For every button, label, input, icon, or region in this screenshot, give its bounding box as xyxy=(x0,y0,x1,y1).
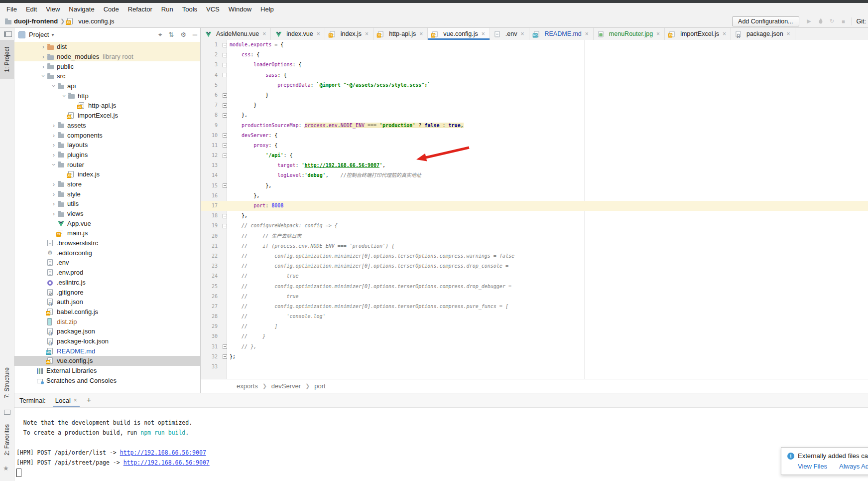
code-line-8[interactable]: 8 }, xyxy=(201,110,868,120)
fold-open-icon[interactable] xyxy=(222,53,228,57)
tree-item-external-libraries[interactable]: External Libraries xyxy=(14,366,200,376)
editor-tab-readme-md[interactable]: MDREADME.md× xyxy=(529,28,594,40)
tree-item-editorconfig[interactable]: ⚙.editorconfig xyxy=(14,248,200,258)
code-line-16[interactable]: 16 }, xyxy=(201,191,868,201)
code-line-24[interactable]: 24 // true xyxy=(201,271,868,281)
code-line-13[interactable]: 13 target: 'http://192.168.66.56:9007', xyxy=(201,160,868,170)
stripe-tab-project[interactable]: 1: Project xyxy=(0,40,14,79)
tree-item-http[interactable]: ›http xyxy=(14,91,200,101)
editor-tab-vue-config-js[interactable]: JSvue.config.js× xyxy=(428,28,490,40)
tab-close-icon[interactable]: × xyxy=(787,30,790,37)
tree-item-env[interactable]: .env xyxy=(14,258,200,268)
fold-close-icon[interactable] xyxy=(222,214,228,218)
git-branch-widget[interactable]: Git: xyxy=(857,18,866,25)
terminal-tab-local[interactable]: Local × xyxy=(54,397,79,404)
star-icon[interactable]: ★ xyxy=(3,465,9,472)
add-configuration-button[interactable]: Add Configuration... xyxy=(732,16,799,26)
code-line-22[interactable]: 22 // config.optimization.minimizer[0].o… xyxy=(201,251,868,261)
tree-item-src[interactable]: ›src xyxy=(14,71,200,81)
editor-tab-asidemenu-vue[interactable]: AsideMenu.vue× xyxy=(201,28,271,40)
tree-item-plugins[interactable]: ›plugins xyxy=(14,150,200,160)
run-with-coverage-icon[interactable]: ↻ xyxy=(829,18,836,24)
code-line-31[interactable]: 31 // }, xyxy=(201,342,868,352)
tab-close-icon[interactable]: × xyxy=(482,30,485,37)
tree-item-app-vue[interactable]: App.vue xyxy=(14,218,200,228)
editor-tab-http-api-js[interactable]: JShttp-api.js× xyxy=(373,28,428,40)
chevron-collapsed-icon[interactable]: › xyxy=(50,200,58,207)
tree-item-utils[interactable]: ›utils xyxy=(14,199,200,209)
tree-item-layouts[interactable]: ›layouts xyxy=(14,140,200,150)
fold-open-icon[interactable] xyxy=(222,63,228,67)
code-line-7[interactable]: 7 } xyxy=(201,100,868,110)
code-line-30[interactable]: 30 // } xyxy=(201,331,868,341)
chevron-collapsed-icon[interactable]: › xyxy=(50,141,58,149)
menu-item-refactor[interactable]: Refactor xyxy=(124,4,157,14)
menu-item-vcs[interactable]: VCS xyxy=(202,4,224,14)
tab-close-icon[interactable]: × xyxy=(419,30,423,37)
chevron-collapsed-icon[interactable]: › xyxy=(50,122,58,129)
settings-gear-icon[interactable]: ⚙ xyxy=(180,31,186,38)
tree-item-browserslistrc[interactable]: .browserslistrc xyxy=(14,238,200,248)
tree-item-gitignore[interactable]: ⊘.gitignore xyxy=(14,287,200,297)
tree-item-dist[interactable]: ›dist xyxy=(14,42,200,52)
tab-close-icon[interactable]: × xyxy=(365,30,369,37)
breadcrumb-devserver[interactable]: devServer xyxy=(271,382,301,390)
tree-item-eslintrc-js[interactable]: .eslintrc.js xyxy=(14,278,200,288)
chevron-expanded-icon[interactable]: › xyxy=(61,92,68,100)
tree-item-node-modules[interactable]: ›node_moduleslibrary root xyxy=(14,52,200,62)
run-icon[interactable]: ▶ xyxy=(806,18,813,24)
fold-close-icon[interactable] xyxy=(222,354,228,359)
code-line-9[interactable]: 9 productionSourceMap: process.env.NODE_… xyxy=(201,121,868,131)
menu-item-help[interactable]: Help xyxy=(256,4,278,14)
tab-close-icon[interactable]: × xyxy=(262,30,266,37)
tree-item-package-json[interactable]: {..}package.json xyxy=(14,326,200,336)
fold-open-icon[interactable] xyxy=(222,143,228,148)
tree-item-dist-zip[interactable]: dist.zip xyxy=(14,317,200,326)
fold-open-icon[interactable] xyxy=(222,73,228,77)
breadcrumb-project[interactable]: duoji-frontend xyxy=(14,17,58,25)
code-line-2[interactable]: 2 css: { xyxy=(201,50,868,60)
code-line-25[interactable]: 25 // config.optimization.minimizer[0].o… xyxy=(201,282,868,292)
fold-close-icon[interactable] xyxy=(222,113,228,118)
debug-icon[interactable] xyxy=(817,18,824,25)
tree-item-vue-config-js[interactable]: JSvue.config.js xyxy=(14,356,200,366)
always-add-link[interactable]: Always Add xyxy=(839,463,868,470)
new-terminal-button[interactable]: + xyxy=(87,396,91,405)
code-line-18[interactable]: 18 }, xyxy=(201,211,868,221)
code-line-14[interactable]: 14 logLevel:'debug', //控制台终端打印代理前的真实地址 xyxy=(201,170,868,180)
code-line-23[interactable]: 23 // config.optimization.minimizer[0].o… xyxy=(201,261,868,271)
tree-item-importexcel-js[interactable]: JSimportExcel.js xyxy=(14,111,200,121)
tree-item-env-prod[interactable]: .env.prod xyxy=(14,268,200,278)
tab-close-icon[interactable]: × xyxy=(656,30,660,37)
code-line-6[interactable]: 6 } xyxy=(201,90,868,100)
tree-item-router[interactable]: ›router xyxy=(14,160,200,169)
chevron-collapsed-icon[interactable]: › xyxy=(39,53,47,60)
tree-item-assets[interactable]: ›assets xyxy=(14,121,200,131)
stop-icon[interactable]: ■ xyxy=(840,18,847,24)
chevron-collapsed-icon[interactable]: › xyxy=(39,43,47,50)
chevron-expanded-icon[interactable]: › xyxy=(40,72,47,80)
code-line-33[interactable]: 33 xyxy=(201,362,868,372)
tree-item-components[interactable]: ›components xyxy=(14,130,200,140)
tab-close-icon[interactable]: × xyxy=(74,397,77,404)
code-line-27[interactable]: 27 // config.optimization.minimizer[0].o… xyxy=(201,302,868,312)
tree-item-index-js[interactable]: JSindex.js xyxy=(14,169,200,179)
terminal-url-link[interactable]: http://192.168.66.56:9007 xyxy=(120,449,206,456)
editor-tab-menurouter-jpg[interactable]: menuRouter.jpg× xyxy=(594,28,665,40)
chevron-collapsed-icon[interactable]: › xyxy=(50,190,58,198)
chevron-expanded-icon[interactable]: › xyxy=(50,160,58,168)
stripe-tab-structure[interactable]: 7: Structure xyxy=(0,359,14,407)
chevron-collapsed-icon[interactable]: › xyxy=(50,132,58,139)
tab-close-icon[interactable]: × xyxy=(585,30,589,37)
tree-item-api[interactable]: ›api xyxy=(14,81,200,91)
fold-close-icon[interactable] xyxy=(222,183,228,188)
terminal-output[interactable]: Note that the development build is not o… xyxy=(14,408,868,478)
breadcrumb-port[interactable]: port xyxy=(314,382,325,390)
editor-tab-package-json[interactable]: {..}package.json× xyxy=(731,28,795,40)
menu-item-window[interactable]: Window xyxy=(224,4,256,14)
tree-item-babel-config-js[interactable]: JSbabel.config.js xyxy=(14,307,200,317)
chevron-collapsed-icon[interactable]: › xyxy=(50,180,58,188)
code-area[interactable]: 1module.exports = {2 css: {3 loaderOptio… xyxy=(201,40,868,379)
tab-close-icon[interactable]: × xyxy=(520,30,524,37)
menu-item-view[interactable]: View xyxy=(41,4,64,14)
